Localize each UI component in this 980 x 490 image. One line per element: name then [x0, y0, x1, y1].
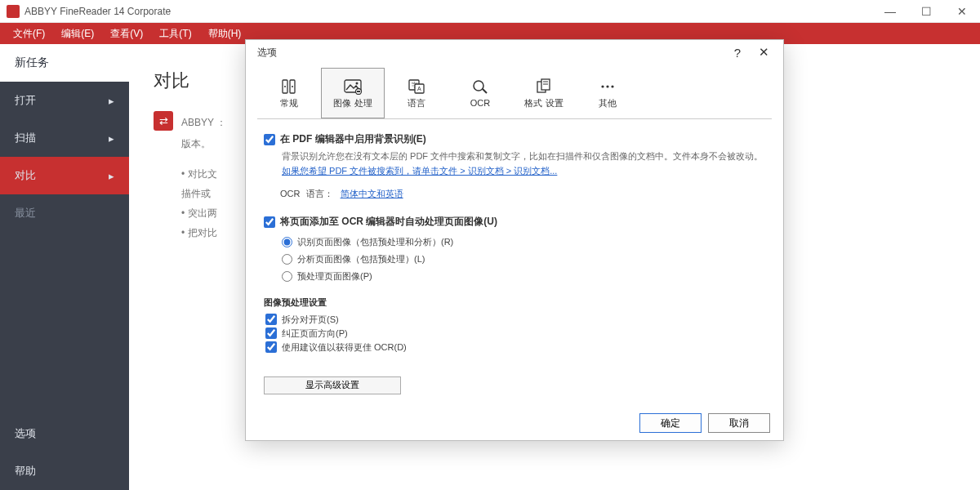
svg-point-12 — [474, 81, 483, 91]
sidebar-label: 对比 — [15, 168, 36, 183]
radio-analyze[interactable] — [282, 254, 292, 265]
radio-preprocess-wrap[interactable]: 预处理页面图像(P) — [282, 268, 765, 285]
minimize-button[interactable]: — — [872, 0, 908, 23]
tab-label: 语言 — [408, 98, 425, 108]
svg-point-3 — [292, 86, 293, 87]
language-link[interactable]: 简体中文和英语 — [341, 189, 403, 198]
sidebar-item-options[interactable]: 选项 — [0, 415, 129, 452]
dialog-help-button[interactable]: ? — [724, 46, 751, 60]
tab-label: 格式 设置 — [524, 98, 563, 108]
dialog-tabs: 常规 图像 处理 字A 语言 OCR 格式 设置 其他 — [246, 65, 783, 118]
label-auto-process: 将页面添加至 OCR 编辑器时自动处理页面图像(U) — [280, 215, 497, 229]
tab-label: 常规 — [280, 98, 298, 108]
sidebar-item-help[interactable]: 帮助 — [0, 452, 129, 490]
label-recommended-ocr: 使用建议值以获得更佳 OCR(D) — [282, 341, 407, 354]
format-icon — [534, 78, 554, 96]
label-split-pages: 拆分对开页(S) — [282, 314, 339, 326]
radio-label: 识别页面图像（包括预处理和分析）(R) — [297, 234, 453, 251]
general-icon — [279, 78, 299, 96]
tab-label: 图像 处理 — [333, 98, 372, 108]
content-desc-2: 版本。 — [181, 136, 226, 154]
tab-label: 其他 — [599, 98, 617, 108]
svg-text:A: A — [417, 86, 421, 91]
image-processing-icon — [343, 78, 363, 96]
sidebar-label: 打开 — [15, 93, 36, 108]
menu-file[interactable]: 文件(F) — [5, 27, 53, 41]
svg-point-19 — [606, 86, 608, 88]
close-window-button[interactable]: ✕ — [944, 0, 980, 23]
bullet-2: • 突出两 — [181, 203, 226, 223]
sidebar-item-scan[interactable]: 扫描▸ — [0, 119, 129, 157]
language-label: 语言： — [306, 189, 333, 198]
chevron-right-icon: ▸ — [109, 95, 114, 107]
bg-recognition-desc-2[interactable]: 如果您希望 PDF 文件被搜索到，请单击文件 > 识别文档 > 识别文档... — [282, 164, 765, 179]
sidebar-item-open[interactable]: 打开▸ — [0, 82, 129, 119]
sidebar: 新任务 打开▸ 扫描▸ 对比▸ 最近 选项 帮助 — [0, 44, 129, 490]
show-advanced-button[interactable]: 显示高级设置 — [264, 376, 401, 394]
checkbox-enable-bg-recognition[interactable] — [264, 134, 275, 145]
radio-label: 预处理页面图像(P) — [297, 268, 372, 285]
menu-tools[interactable]: 工具(T) — [151, 27, 199, 41]
tab-format-settings[interactable]: 格式 设置 — [512, 68, 576, 118]
tab-general[interactable]: 常规 — [257, 68, 321, 118]
dialog-body: 在 PDF 编辑器中启用背景识别(E) 背景识别允许您在没有文本层的 PDF 文… — [246, 119, 783, 406]
chevron-right-icon: ▸ — [109, 170, 114, 182]
maximize-button[interactable]: ☐ — [908, 0, 944, 23]
title-bar: ABBYY FineReader 14 Corporate — ☐ ✕ — [0, 0, 980, 23]
dialog-footer: 确定 取消 — [246, 406, 783, 440]
preprocess-section-title: 图像预处理设置 — [264, 296, 765, 309]
sidebar-item-recent[interactable]: 最近 — [0, 194, 129, 232]
svg-point-20 — [611, 86, 613, 88]
dialog-titlebar: 选项 ? ✕ — [246, 40, 783, 65]
tab-ocr[interactable]: OCR — [448, 68, 512, 118]
ocr-label: OCR — [280, 189, 300, 198]
bullet-1: • 对比文 — [181, 164, 226, 184]
options-dialog: 选项 ? ✕ 常规 图像 处理 字A 语言 OCR 格式 设置 其他 — [245, 39, 784, 441]
tab-other[interactable]: 其他 — [576, 68, 639, 118]
sidebar-label: 最近 — [15, 206, 36, 220]
sidebar-label: 选项 — [15, 426, 36, 441]
more-icon — [598, 78, 617, 96]
bullet-1b: 描件或 — [181, 184, 226, 203]
dialog-title: 选项 — [257, 46, 277, 60]
compare-icon: ⇄ — [154, 111, 173, 131]
checkbox-split-pages[interactable] — [265, 314, 277, 325]
radio-recognize[interactable] — [282, 237, 292, 247]
label-enable-bg-recognition: 在 PDF 编辑器中启用背景识别(E) — [280, 132, 426, 146]
tab-label: OCR — [470, 98, 490, 108]
ocr-icon — [470, 78, 490, 96]
sidebar-label: 扫描 — [15, 131, 36, 145]
window-title: ABBYY FineReader 14 Corporate — [24, 6, 872, 17]
label-correct-orientation: 纠正页面方向(P) — [282, 327, 348, 340]
svg-rect-7 — [357, 91, 360, 92]
menu-view[interactable]: 查看(V) — [102, 27, 151, 41]
svg-point-5 — [356, 82, 359, 85]
radio-label: 分析页面图像（包括预处理）(L) — [297, 251, 425, 268]
radio-analyze-wrap[interactable]: 分析页面图像（包括预处理）(L) — [282, 251, 765, 268]
bullet-3: • 把对比 — [181, 223, 226, 243]
bg-recognition-desc-1: 背景识别允许您在没有文本层的 PDF 文件中搜索和复制文字，比如在扫描件和仅含图… — [282, 149, 765, 164]
cancel-button[interactable]: 取消 — [708, 413, 770, 433]
svg-point-2 — [284, 86, 286, 87]
radio-preprocess[interactable] — [282, 271, 292, 282]
menu-edit[interactable]: 编辑(E) — [53, 27, 102, 41]
checkbox-correct-orientation[interactable] — [265, 327, 277, 339]
menu-help[interactable]: 帮助(H) — [200, 27, 250, 41]
svg-line-13 — [483, 89, 487, 93]
radio-recognize-wrap[interactable]: 识别页面图像（包括预处理和分析）(R) — [282, 234, 765, 251]
dialog-close-button[interactable]: ✕ — [751, 45, 777, 60]
language-icon: 字A — [407, 78, 426, 96]
tab-language[interactable]: 字A 语言 — [385, 68, 448, 118]
tab-image-processing[interactable]: 图像 处理 — [321, 68, 385, 118]
content-desc-1: ABBYY ： — [181, 114, 226, 132]
sidebar-item-compare[interactable]: 对比▸ — [0, 157, 129, 194]
app-logo — [7, 5, 20, 18]
svg-point-18 — [601, 86, 604, 88]
sidebar-label: 帮助 — [15, 464, 36, 479]
ok-button[interactable]: 确定 — [639, 413, 702, 433]
checkbox-recommended-ocr[interactable] — [265, 341, 277, 353]
chevron-right-icon: ▸ — [109, 132, 114, 145]
checkbox-auto-process[interactable] — [264, 216, 275, 228]
sidebar-new-task[interactable]: 新任务 — [0, 44, 129, 82]
